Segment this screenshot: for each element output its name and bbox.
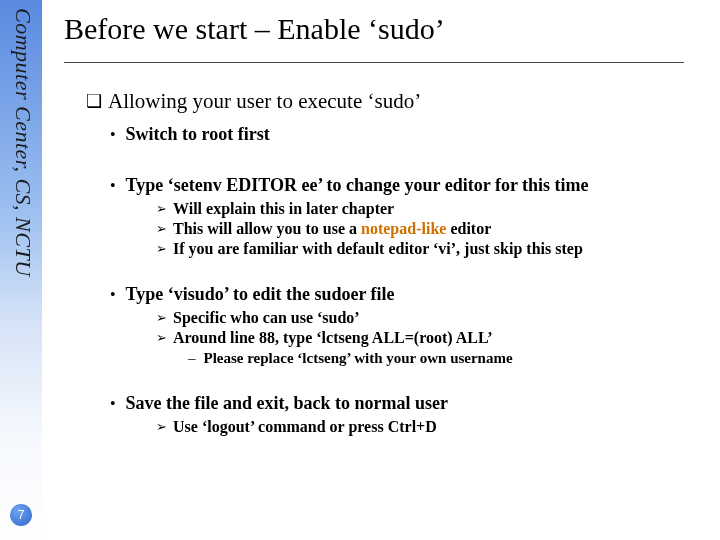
bullet-l3: ➢Will explain this in later chapter xyxy=(156,200,704,218)
bullet-l2: •Type ‘setenv EDITOR ee’ to change your … xyxy=(110,175,704,196)
title-rule xyxy=(64,62,684,63)
bullet-l3: ➢If you are familiar with default editor… xyxy=(156,240,704,258)
slide-body: ❑Allowing your user to execute ‘sudo’ •S… xyxy=(86,89,704,436)
dot-bullet-icon: • xyxy=(110,177,116,194)
slide-title: Before we start – Enable ‘sudo’ xyxy=(64,12,704,46)
sidebar: Computer Center, CS, NCTU 7 xyxy=(0,0,42,540)
dot-bullet-icon: • xyxy=(110,395,116,412)
b4-text: Save the file and exit, back to normal u… xyxy=(126,393,448,413)
triangle-bullet-icon: ➢ xyxy=(156,201,167,216)
triangle-bullet-icon: ➢ xyxy=(156,221,167,236)
slide-content: Before we start – Enable ‘sudo’ ❑Allowin… xyxy=(64,12,704,436)
square-bullet-icon: ❑ xyxy=(86,91,102,111)
b2-s2c: editor xyxy=(446,220,491,237)
b1-text: Switch to root first xyxy=(126,124,270,144)
bullet-l1: ❑Allowing your user to execute ‘sudo’ xyxy=(86,89,704,114)
bullet-l2: •Type ‘visudo’ to edit the sudoer file xyxy=(110,284,704,305)
l1-text: Allowing your user to execute ‘sudo’ xyxy=(108,89,421,113)
triangle-bullet-icon: ➢ xyxy=(156,241,167,256)
triangle-bullet-icon: ➢ xyxy=(156,310,167,325)
dot-bullet-icon: • xyxy=(110,126,116,143)
bullet-l4: –Please replace ‘lctseng’ with your own … xyxy=(188,350,704,367)
b2-s3: If you are familiar with default editor … xyxy=(173,240,583,257)
bullet-l2: •Save the file and exit, back to normal … xyxy=(110,393,704,414)
bullet-l3: ➢Around line 88, type ‘lctseng ALL=(root… xyxy=(156,329,704,347)
b3-s2: Around line 88, type ‘lctseng ALL=(root)… xyxy=(173,329,493,346)
slide-number-badge: 7 xyxy=(10,504,32,526)
b3-s2a: Please replace ‘lctseng’ with your own u… xyxy=(204,350,513,366)
triangle-bullet-icon: ➢ xyxy=(156,419,167,434)
slide-number: 7 xyxy=(18,508,25,522)
bullet-l3: ➢This will allow you to use a notepad-li… xyxy=(156,220,704,238)
bullet-l2: •Switch to root first xyxy=(110,124,704,145)
b2-s1: Will explain this in later chapter xyxy=(173,200,394,217)
bullet-l3: ➢Use ‘logout’ command or press Ctrl+D xyxy=(156,418,704,436)
dash-bullet-icon: – xyxy=(188,350,196,366)
b3-s1: Specific who can use ‘sudo’ xyxy=(173,309,360,326)
bullet-l3: ➢Specific who can use ‘sudo’ xyxy=(156,309,704,327)
b4-s1: Use ‘logout’ command or press Ctrl+D xyxy=(173,418,437,435)
b2-s2a: This will allow you to use a xyxy=(173,220,361,237)
b2-text: Type ‘setenv EDITOR ee’ to change your e… xyxy=(126,175,589,195)
b2-s2b-highlight: notepad-like xyxy=(361,220,446,237)
sidebar-org-label: Computer Center, CS, NCTU xyxy=(10,8,36,277)
b3-text: Type ‘visudo’ to edit the sudoer file xyxy=(126,284,395,304)
dot-bullet-icon: • xyxy=(110,286,116,303)
triangle-bullet-icon: ➢ xyxy=(156,330,167,345)
